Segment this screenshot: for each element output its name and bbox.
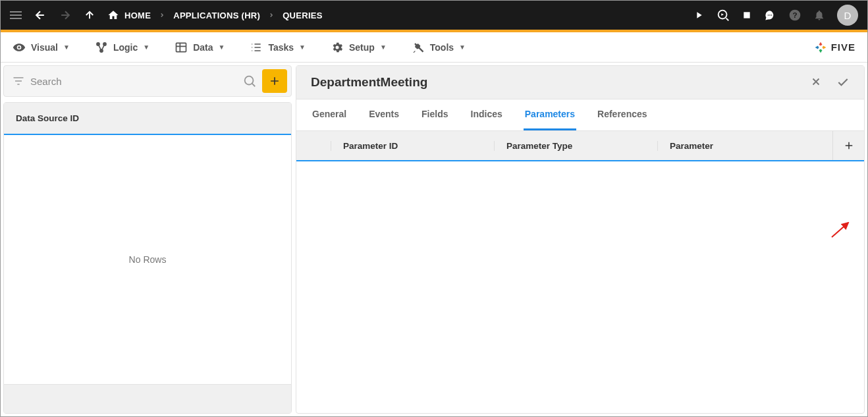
brand-logo: FIVE (814, 41, 855, 54)
brand-text: FIVE (831, 42, 855, 53)
avatar-letter: D (844, 10, 852, 21)
eye-icon (13, 41, 26, 54)
svg-rect-1 (744, 12, 749, 18)
menu-visual-label: Visual (31, 42, 58, 53)
logic-icon (95, 41, 108, 54)
list-empty-text: No Rows (129, 254, 167, 265)
forward-icon[interactable] (59, 9, 72, 22)
search-icon[interactable] (242, 74, 257, 88)
breadcrumb-home[interactable]: HOME (107, 9, 151, 21)
tab-references[interactable]: References (596, 99, 649, 130)
search-input[interactable] (30, 76, 237, 87)
detail-title: DepartmentMeeting (311, 75, 810, 90)
dropdown-icon: ▼ (219, 43, 225, 51)
chat-bot-icon[interactable] (763, 9, 776, 22)
menu-setup-label: Setup (349, 42, 375, 53)
menu-visual[interactable]: Visual ▼ (13, 41, 70, 54)
left-panel: Data Source ID No Rows (3, 63, 292, 414)
dropdown-icon: ▼ (63, 43, 70, 51)
grid-add-button[interactable] (832, 131, 864, 160)
menu-logic-label: Logic (113, 42, 138, 53)
grid-header: Parameter ID Parameter Type Parameter (296, 131, 864, 161)
home-icon (107, 9, 119, 21)
back-icon[interactable] (34, 9, 47, 22)
topbar-right: ? D (693, 5, 858, 26)
list-empty: No Rows (4, 135, 291, 384)
filter-icon[interactable] (12, 74, 25, 88)
plus-icon (843, 140, 855, 152)
menu-tools[interactable]: Tools ▼ (412, 41, 466, 54)
check-icon[interactable] (836, 76, 850, 89)
gear-icon (331, 41, 344, 54)
menu-data-label: Data (193, 42, 213, 53)
grid-col-parameter-id[interactable]: Parameter ID (331, 141, 494, 151)
top-bar: HOME APPLICATIONS (HR) QUERIES ? D (1, 1, 867, 32)
tasks-icon (250, 41, 263, 54)
tab-indices[interactable]: Indices (470, 99, 504, 130)
detail-header: DepartmentMeeting (296, 66, 864, 99)
svg-point-4 (771, 14, 773, 16)
tab-parameters[interactable]: Parameters (524, 99, 576, 130)
tab-general[interactable]: General (311, 99, 348, 130)
grid-col-parameter[interactable]: Parameter (657, 141, 832, 151)
tab-events[interactable]: Events (367, 99, 400, 130)
list-column-header[interactable]: Data Source ID (4, 103, 291, 135)
grid-col-parameter-type[interactable]: Parameter Type (494, 141, 657, 151)
avatar[interactable]: D (837, 5, 858, 26)
svg-point-12 (245, 76, 254, 85)
search-row (3, 65, 292, 97)
svg-rect-11 (176, 43, 186, 51)
dropdown-icon: ▼ (380, 43, 387, 51)
svg-text:?: ? (792, 11, 797, 19)
detail-panel: DepartmentMeeting General Events Fields … (296, 65, 865, 414)
grid-body (296, 161, 864, 413)
menu-data[interactable]: Data ▼ (175, 41, 225, 54)
chevron-right-icon (159, 12, 165, 18)
menu-logic[interactable]: Logic ▼ (95, 41, 149, 54)
up-icon[interactable] (84, 9, 95, 21)
search-play-icon[interactable] (716, 8, 730, 22)
close-icon[interactable] (810, 76, 822, 89)
dropdown-icon: ▼ (459, 43, 466, 51)
content-area: Data Source ID No Rows DepartmentMeeting… (1, 63, 867, 416)
tools-icon (412, 41, 425, 54)
menu-tasks[interactable]: Tasks ▼ (250, 41, 306, 54)
dropdown-icon: ▼ (299, 43, 306, 51)
breadcrumb-app[interactable]: APPLICATIONS (HR) (173, 11, 260, 20)
logo-mark-icon (814, 41, 827, 54)
menu-tasks-label: Tasks (268, 42, 294, 53)
svg-point-7 (18, 46, 20, 48)
detail-actions (810, 76, 850, 89)
help-icon[interactable]: ? (788, 9, 801, 22)
play-icon[interactable] (693, 10, 704, 20)
tab-fields[interactable]: Fields (420, 99, 449, 130)
breadcrumb-home-label: HOME (124, 11, 151, 20)
hamburger-icon[interactable] (10, 11, 22, 19)
svg-point-3 (769, 14, 771, 16)
chevron-right-icon (268, 12, 275, 18)
menu-setup[interactable]: Setup ▼ (331, 41, 387, 54)
breadcrumb-section[interactable]: QUERIES (283, 11, 323, 20)
topbar-left: HOME APPLICATIONS (HR) QUERIES (10, 9, 693, 22)
plus-icon (268, 74, 281, 88)
list-panel: Data Source ID No Rows (3, 102, 292, 414)
menu-bar: Visual ▼ Logic ▼ Data ▼ Tasks ▼ Setup ▼ … (1, 32, 867, 63)
svg-point-2 (768, 14, 769, 16)
table-icon (175, 41, 188, 54)
stop-icon[interactable] (742, 11, 751, 20)
menu-tools-label: Tools (430, 42, 454, 53)
breadcrumb: HOME APPLICATIONS (HR) QUERIES (107, 9, 323, 21)
add-button[interactable] (262, 69, 287, 93)
list-footer (4, 384, 291, 413)
bell-icon[interactable] (813, 9, 825, 21)
dropdown-icon: ▼ (143, 43, 149, 51)
tabs: General Events Fields Indices Parameters… (296, 99, 864, 131)
